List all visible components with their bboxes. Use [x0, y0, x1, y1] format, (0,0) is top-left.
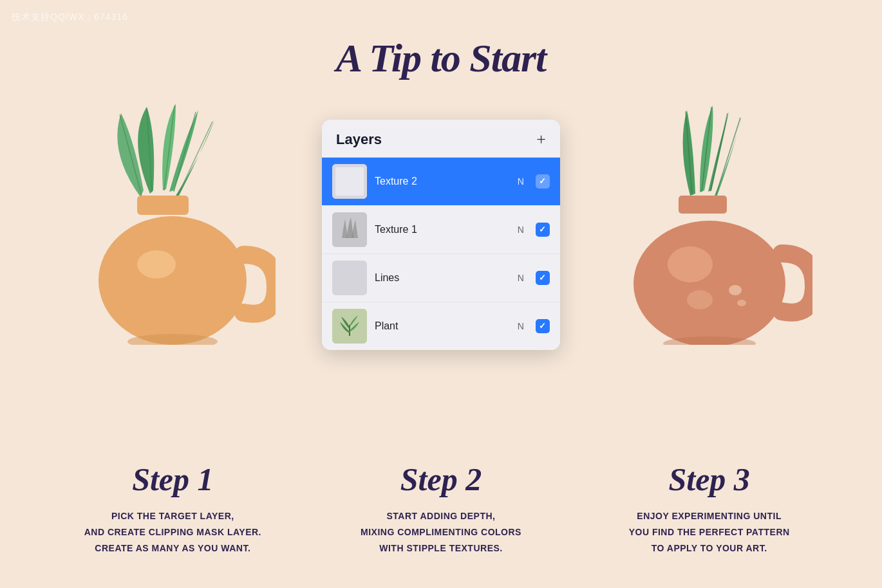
- layer-row-texture2[interactable]: Texture 2 N: [322, 157, 560, 205]
- layer-check-lines[interactable]: [536, 271, 550, 285]
- layer-name-texture1: Texture 1: [375, 224, 510, 235]
- step-2-column: Step 2 START ADDING DEPTH,MIXING COMPLIM…: [325, 461, 557, 557]
- vase-1-illustration: [70, 100, 276, 345]
- svg-line-17: [716, 118, 740, 195]
- main-title: A Tip to Start: [0, 0, 882, 81]
- plant-leaves-1: [118, 104, 215, 197]
- layers-add-button[interactable]: +: [536, 131, 546, 148]
- svg-point-19: [633, 221, 785, 345]
- layer-name-lines: Lines: [375, 272, 510, 284]
- column-1: [57, 100, 288, 345]
- svg-line-16: [711, 113, 727, 191]
- watermark-text: 技术支持QQ/WX：674316: [12, 12, 128, 23]
- layer-check-texture1[interactable]: [536, 223, 550, 237]
- step-3-label: Step 3: [594, 461, 825, 498]
- layers-panel: Layers + Texture 2 N: [322, 120, 560, 350]
- svg-rect-10: [335, 167, 364, 196]
- svg-rect-18: [679, 196, 727, 214]
- layer-n-lines: N: [518, 273, 524, 283]
- vase-2-illustration: [606, 100, 812, 345]
- step-3-description: ENJOY EXPERIMENTING UNTILYOU FIND THE PE…: [594, 508, 825, 557]
- svg-point-23: [737, 300, 746, 306]
- column-2: Layers + Texture 2 N: [325, 100, 557, 350]
- layer-row-lines[interactable]: Lines N: [322, 253, 560, 302]
- svg-rect-12: [332, 261, 367, 295]
- layer-row-texture1[interactable]: Texture 1 N: [322, 205, 560, 253]
- svg-point-20: [668, 246, 713, 282]
- svg-point-22: [729, 285, 742, 295]
- step-3-column: Step 3 ENJOY EXPERIMENTING UNTILYOU FIND…: [594, 461, 825, 557]
- step-2-label: Step 2: [325, 461, 557, 498]
- layer-name-texture2: Texture 2: [375, 176, 510, 187]
- step-2-description: START ADDING DEPTH,MIXING COMPLIMENTING …: [325, 508, 557, 557]
- svg-point-6: [99, 216, 247, 345]
- layer-name-plant: Plant: [375, 320, 510, 332]
- layer-thumb-texture2: [332, 164, 367, 199]
- layer-check-plant[interactable]: [536, 319, 550, 333]
- svg-point-7: [137, 250, 176, 279]
- plant-leaves-2: [682, 106, 741, 196]
- layer-thumb-texture1: [332, 212, 367, 247]
- layer-thumb-lines: [332, 261, 367, 295]
- layer-n-plant: N: [518, 321, 524, 331]
- layer-thumb-plant: [332, 309, 367, 344]
- steps-area: Step 1 PICK THE TARGET LAYER,AND CREATE …: [0, 454, 882, 557]
- layer-n-texture1: N: [518, 225, 524, 235]
- column-3: [594, 100, 825, 345]
- layer-n-texture2: N: [518, 176, 524, 187]
- svg-point-21: [687, 290, 713, 309]
- content-area: Layers + Texture 2 N: [0, 81, 882, 454]
- step-1-column: Step 1 PICK THE TARGET LAYER,AND CREATE …: [57, 461, 288, 557]
- layers-header: Layers +: [322, 120, 560, 157]
- layers-panel-title: Layers: [336, 131, 382, 148]
- step-1-description: PICK THE TARGET LAYER,AND CREATE CLIPPIN…: [57, 508, 288, 557]
- layer-row-plant[interactable]: Plant N: [322, 302, 560, 350]
- layer-check-texture2[interactable]: [536, 174, 550, 188]
- step-1-label: Step 1: [57, 461, 288, 498]
- svg-rect-5: [137, 196, 189, 215]
